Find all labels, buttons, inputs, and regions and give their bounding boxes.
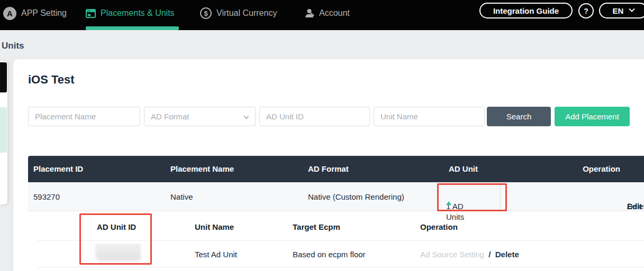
triangle-up-icon	[446, 201, 451, 205]
unit-name-input[interactable]	[374, 107, 485, 126]
ad-unit-id-input[interactable]	[259, 107, 370, 126]
nav-item-account[interactable]: Account	[304, 0, 350, 26]
breadcrumb-bar: Units	[0, 30, 644, 59]
nav-item-placements-units[interactable]: Placements & Units	[86, 0, 175, 26]
chevron-down-icon	[244, 114, 249, 119]
nav-label: APP Setting	[21, 8, 67, 18]
breadcrumb: Units	[2, 41, 24, 51]
subcol-operation: Operation	[420, 222, 458, 232]
help-button[interactable]: ?	[578, 3, 594, 18]
add-placement-button[interactable]: Add Placement	[555, 107, 630, 126]
placement-name-cell: Native	[170, 192, 193, 202]
app-circle-icon: A	[3, 7, 16, 20]
delete-unit-link[interactable]: Delete	[495, 250, 519, 259]
language-selector[interactable]: EN	[599, 3, 644, 18]
left-app-panel-cropped	[0, 61, 7, 204]
ad-format-cell: Native (Custom Rendering)	[308, 192, 404, 202]
chevron-down-icon	[629, 6, 635, 12]
app-thumbnail-dark[interactable]	[0, 62, 7, 92]
app-window: A APP Setting Placements & Units $ Virtu…	[0, 0, 644, 271]
integration-guide-button[interactable]: Integration Guide	[479, 3, 573, 18]
ad-source-setting-link[interactable]: Ad Source Setting	[420, 250, 484, 259]
nav-item-app-setting[interactable]: A APP Setting	[3, 0, 67, 26]
nav-label: Virtual Currency	[216, 8, 277, 18]
active-tab-underline	[86, 26, 179, 30]
placement-id-cell: 593270	[33, 192, 60, 202]
placement-name-input[interactable]	[28, 107, 140, 126]
table-header-row: Placement ID Placement Name AD Format AD…	[28, 156, 644, 182]
delete-link[interactable]: Delete	[627, 201, 644, 212]
question-mark-icon: ?	[584, 7, 588, 15]
nav-label: Placements & Units	[101, 8, 175, 18]
nav-label: Account	[319, 8, 350, 18]
table-row: 593270 Native Native (Custom Rendering) …	[28, 182, 644, 211]
app-thumbnail-selected[interactable]	[0, 107, 7, 153]
subcol-unit-name: Unit Name	[195, 222, 234, 232]
col-placement-name: Placement Name	[170, 164, 234, 174]
search-button[interactable]: Search	[487, 107, 551, 126]
top-nav-bar: A APP Setting Placements & Units $ Virtu…	[0, 0, 644, 30]
ad-format-placeholder: AD Format	[151, 112, 189, 121]
language-label: EN	[613, 6, 624, 15]
col-ad-format: AD Format	[308, 164, 349, 174]
col-ad-unit: AD Unit	[449, 164, 478, 174]
placements-window-icon	[86, 9, 96, 18]
page-title: iOS Test	[28, 73, 75, 87]
col-operation: Operation	[583, 164, 620, 174]
ad-format-select[interactable]: AD Format	[144, 107, 256, 126]
unit-name-cell: Test Ad Unit	[195, 249, 237, 260]
person-icon	[304, 8, 314, 18]
subrow-operations: Ad Source Setting / Delete	[420, 249, 519, 260]
target-ecpm-cell: Based on ecpm floor	[293, 249, 366, 260]
subcol-target-ecpm: Target Ecpm	[293, 222, 340, 232]
column-divider	[500, 183, 501, 210]
subtable-bottom-divider	[37, 267, 644, 267]
redacted-ad-unit-id-blur	[98, 253, 140, 261]
dollar-circle-icon: $	[200, 7, 212, 19]
nav-item-virtual-currency[interactable]: $ Virtual Currency	[200, 0, 277, 26]
integration-guide-label: Integration Guide	[493, 6, 559, 15]
subtable-divider	[37, 240, 644, 241]
subcol-ad-unit-id: AD Unit ID	[97, 222, 136, 232]
placements-card: iOS Test AD Format Search Add Placement …	[13, 59, 644, 271]
col-placement-id: Placement ID	[33, 164, 83, 174]
